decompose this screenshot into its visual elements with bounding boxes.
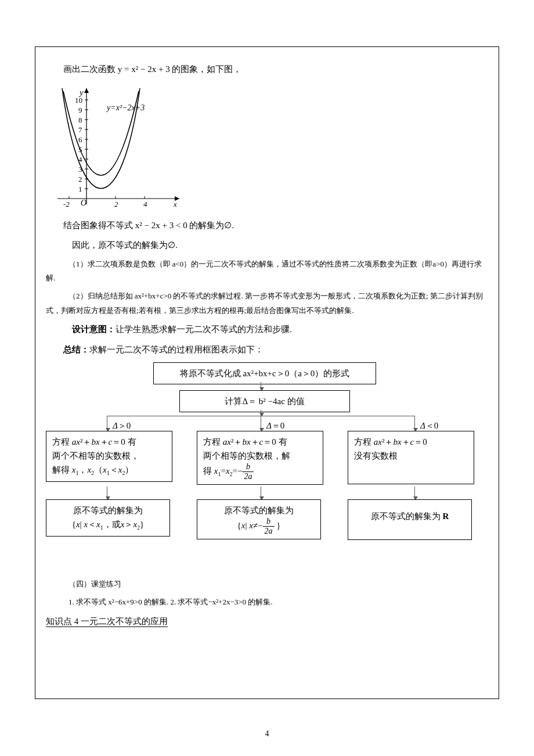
flow-branch-right-b: 原不等式的解集为 R [348, 499, 472, 540]
origin-label: O [81, 199, 86, 207]
arrow-icon [107, 487, 107, 499]
flow-branch-right-a: 方程 ax²＋bx＋c＝0没有实数根 [348, 431, 474, 484]
paragraph-summary: 总结：求解一元二次不等式的过程用框图表示如下： [46, 341, 488, 358]
flow-branch-mid-a: 方程 ax²＋bx＋c＝0 有两个相等的实数根，解得 x1=x2=−b2a [197, 431, 323, 485]
paragraph-design-intent: 设计意图：让学生熟悉求解一元二次不等式的方法和步骤. [46, 321, 488, 338]
arrow-icon [261, 487, 261, 499]
design-intent-label: 设计意图： [72, 324, 116, 334]
paragraph-therefore: 因此，原不等式的解集为∅. [46, 237, 488, 254]
exercise-1: 1. 求不等式 x²−6x+9>0 的解集. 2. 求不等式−x²+2x−3>0… [46, 595, 488, 610]
summary-text: 求解一元二次不等式的过程用框图表示如下： [89, 345, 264, 354]
paragraph-draw-function: 画出二次函数 y = x² − 2x + 3 的图象，如下图， [46, 61, 488, 78]
curve-label: y=x²−2x+3 [106, 103, 145, 112]
paragraph-note-1: （1）求二次项系数是负数（即 a<0）的一元二次不等式的解集，通过不等式的性质将… [46, 257, 488, 286]
content-frame: 画出二次函数 y = x² − 2x + 3 的图象，如下图， O -2 2 4… [35, 46, 499, 699]
summary-label: 总结： [63, 344, 89, 354]
svg-text:10: 10 [75, 96, 82, 105]
arrow-icon [261, 410, 261, 416]
svg-text:7: 7 [78, 125, 82, 134]
svg-text:4: 4 [143, 200, 147, 208]
svg-text:-2: -2 [63, 200, 70, 208]
flow-step-1: 将原不等式化成 ax²+bx+c＞0（a＞0）的形式 [153, 362, 376, 384]
svg-text:1: 1 [78, 185, 82, 193]
paragraph-note-2: （2）归纳总结形如 ax²+bx+c>0 的不等式的求解过程. 第一步将不等式变… [46, 289, 488, 318]
svg-text:2: 2 [114, 200, 118, 208]
parabola-svg: O -2 2 4 x 1 2 3 4 5 6 [52, 82, 185, 210]
paragraph-conclusion-empty: 结合图象得不等式 x² − 2x + 3 < 0 的解集为∅. [46, 217, 488, 234]
svg-text:8: 8 [78, 116, 82, 124]
flow-branch-left-b: 原不等式的解集为{x| x＜x1，或x＞x2} [46, 499, 170, 537]
section-4-heading: （四）课堂练习 [46, 577, 488, 592]
cond-mid: Δ＝0 [266, 420, 284, 431]
arrow-icon [107, 416, 107, 431]
arrow-icon [261, 382, 261, 390]
x-axis-label: x [173, 200, 177, 208]
design-intent-text: 让学生熟悉求解一元二次不等式的方法和步骤. [116, 325, 292, 334]
arrow-icon [261, 416, 261, 431]
flowchart: 将原不等式化成 ax²+bx+c＞0（a＞0）的形式 计算Δ＝ b² −4ac … [46, 362, 488, 560]
arrow-icon [414, 487, 415, 499]
page: 画出二次函数 y = x² − 2x + 3 的图象，如下图， O -2 2 4… [0, 0, 534, 756]
cond-left: Δ＞0 [113, 420, 131, 431]
svg-text:9: 9 [78, 106, 82, 114]
y-axis-label: y [78, 88, 84, 97]
knowledge-point-4: 知识点 4 一元二次不等式的应用 [46, 613, 488, 630]
svg-text:2: 2 [78, 175, 82, 183]
arrow-icon [414, 416, 415, 431]
svg-marker-3 [84, 88, 89, 93]
flow-step-2: 计算Δ＝ b² −4ac 的值 [179, 390, 350, 412]
flow-branch-left-a: 方程 ax²＋bx＋c＝0 有两个不相等的实数根，解得 x1，x2（x1＜x2） [46, 431, 172, 482]
cond-right: Δ＜0 [420, 420, 438, 431]
page-number: 4 [0, 729, 534, 739]
parabola-graph: O -2 2 4 x 1 2 3 4 5 6 [52, 82, 488, 213]
flow-branch-mid-b: 原不等式的解集为{x| x≠−b2a } [197, 499, 321, 539]
